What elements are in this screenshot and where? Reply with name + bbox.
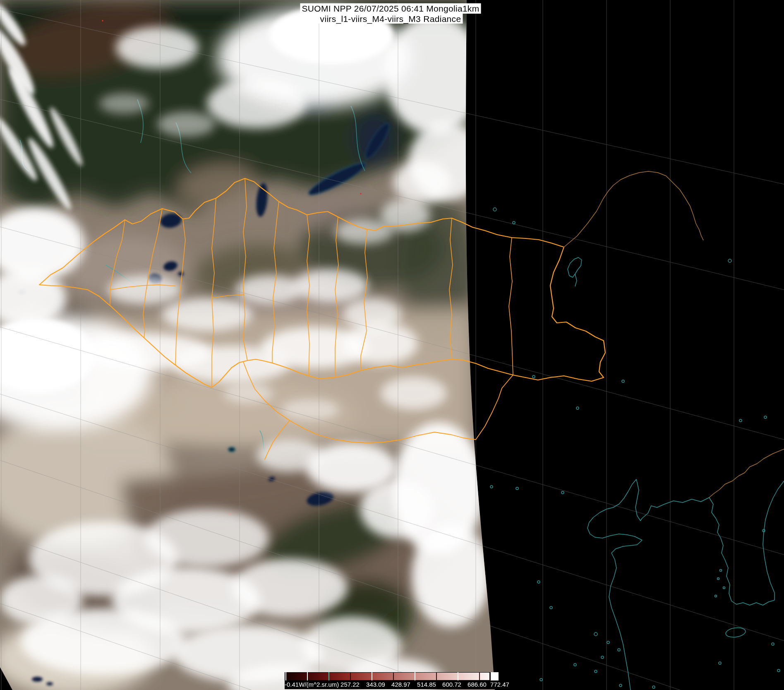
colorbar-tick xyxy=(307,672,308,680)
title-line1: SUOMI NPP 26/07/2025 06:41 Mongolia1km xyxy=(300,3,481,14)
colorbar-tick-label: 514.85 xyxy=(417,681,436,688)
colorbar-tick-label: 600.72 xyxy=(442,681,461,688)
colorbar-end-cap xyxy=(490,672,499,680)
swath-imagery xyxy=(0,0,501,690)
colorbar-tick xyxy=(436,672,437,680)
colorbar-tick xyxy=(393,672,394,680)
colorbar-tick xyxy=(415,672,415,680)
title-line2: viirs_l1-viirs_M4-viirs_M3 Radiance xyxy=(319,14,463,24)
colorbar: -0.41W/(m^2.sr.um) 257.22 343.09 428.97 … xyxy=(285,672,499,689)
colorbar-tick-label: 343.09 xyxy=(366,681,385,688)
colorbar-marker-tick xyxy=(328,672,329,680)
colorbar-tick xyxy=(479,672,480,680)
colorbar-gradient xyxy=(285,672,499,680)
image-title: SUOMI NPP 26/07/2025 06:41 Mongolia1km v… xyxy=(300,3,481,24)
colorbar-labels: -0.41W/(m^2.sr.um) 257.22 343.09 428.97 … xyxy=(285,680,504,689)
colorbar-tick-label: 772.47 xyxy=(490,681,509,688)
satellite-viewer-canvas: SUOMI NPP 26/07/2025 06:41 Mongolia1km v… xyxy=(0,0,784,690)
satellite-map xyxy=(0,0,784,690)
colorbar-tick-label: 686.60 xyxy=(468,681,487,688)
colorbar-tick-label: 257.22 xyxy=(340,681,360,688)
colorbar-tick xyxy=(285,672,286,680)
colorbar-tick xyxy=(372,672,372,680)
colorbar-tick xyxy=(350,672,351,680)
colorbar-unit-label: -0.41W/(m^2.sr.um) xyxy=(285,681,339,688)
colorbar-tick-label: 428.97 xyxy=(391,681,410,688)
colorbar-tick xyxy=(458,672,458,680)
